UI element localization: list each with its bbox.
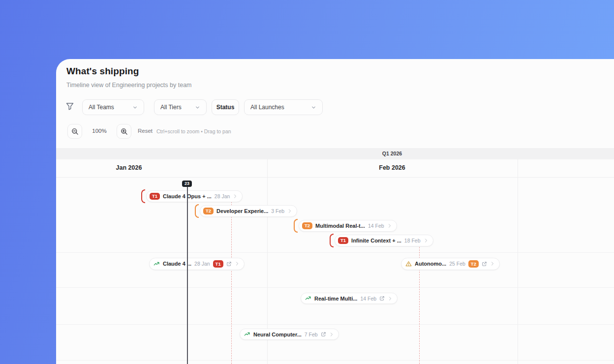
tiers-filter-label: All Tiers <box>160 104 182 111</box>
tier-badge: T2 <box>302 222 312 230</box>
launch-date: 14 Feb <box>368 223 384 229</box>
ship-pill[interactable]: Neural Computer...7 Feb <box>240 329 339 340</box>
chevron-right-icon <box>329 332 334 337</box>
ship-item[interactable]: Real-time Multi...14 Feb <box>301 293 398 304</box>
page-subtitle: Timeline view of Engineering projects by… <box>66 82 192 89</box>
tier-badge: T1 <box>338 237 348 244</box>
chevron-right-icon <box>424 238 429 243</box>
launch-pill[interactable]: T1Claude 4 Opus + ...28 Jan <box>146 190 243 203</box>
ship-pill[interactable]: Claude 4 ...28 JanT1 <box>149 258 245 270</box>
launch-item[interactable]: T1Infinite Context + ...18 Feb <box>330 234 433 247</box>
row-separator <box>56 287 614 288</box>
ship-name: Neural Computer... <box>253 332 302 337</box>
quarter-header: Q1 2026 <box>56 148 614 159</box>
tier-badge: T1 <box>150 193 160 200</box>
chevron-right-icon <box>388 296 393 301</box>
whats-shipping-panel: What's shipping Timeline view of Enginee… <box>56 59 614 364</box>
zoom-level: 100% <box>85 128 114 134</box>
launches-filter-label: All Launches <box>250 104 284 111</box>
external-link-icon <box>226 261 232 267</box>
ship-name: Real-time Multi... <box>314 296 357 302</box>
ship-date: 14 Feb <box>360 296 376 302</box>
quarter-label: Q1 2026 <box>382 151 402 156</box>
tiers-filter-dropdown[interactable]: All Tiers <box>154 99 207 115</box>
trending-up-icon <box>244 331 250 337</box>
launch-bracket <box>195 204 199 218</box>
ship-name: Autonomo... <box>415 261 446 267</box>
launch-name: Infinite Context + ... <box>351 238 401 243</box>
today-marker-line <box>187 183 188 364</box>
launch-pill[interactable]: T2Developer Experie...3 Feb <box>200 205 297 217</box>
launch-bracket <box>330 234 334 247</box>
warning-icon <box>405 261 412 267</box>
trending-up-icon <box>154 261 160 267</box>
teams-filter-dropdown[interactable]: All Teams <box>82 99 144 115</box>
chevron-right-icon <box>235 261 240 266</box>
zoom-out-icon <box>71 128 79 135</box>
filter-bar: All Teams All Tiers Status All Launches <box>56 99 614 115</box>
chevron-down-icon <box>195 105 200 110</box>
status-filter-label: Status <box>216 104 235 111</box>
tier-badge: T1 <box>213 260 223 268</box>
chevron-right-icon <box>490 261 495 266</box>
page-title: What's shipping <box>66 66 139 77</box>
external-link-icon <box>379 296 385 301</box>
launch-bracket <box>294 219 298 233</box>
ship-item[interactable]: Claude 4 ...28 JanT1 <box>149 258 245 270</box>
ship-pill[interactable]: Real-time Multi...14 Feb <box>301 293 398 304</box>
launch-name: Multimodal Real-t... <box>315 223 365 229</box>
ship-item[interactable]: Neural Computer...7 Feb <box>240 329 339 340</box>
ship-date: 25 Feb <box>449 261 465 267</box>
trending-up-icon <box>305 295 311 302</box>
launch-item[interactable]: T2Developer Experie...3 Feb <box>195 204 297 218</box>
tier-badge: T2 <box>203 208 214 215</box>
ship-date: 28 Jan <box>194 261 210 267</box>
teams-filter-label: All Teams <box>89 104 114 111</box>
launch-date: 28 Jan <box>215 193 230 199</box>
month-header-row: Jan 2026Feb 2026 <box>56 159 614 178</box>
chevron-down-icon <box>132 105 138 110</box>
ship-pill[interactable]: Autonomo...25 FebT2 <box>401 258 500 270</box>
reset-zoom-button[interactable]: Reset <box>138 128 153 134</box>
launches-filter-dropdown[interactable]: All Launches <box>244 99 323 115</box>
zoom-hint-text: Ctrl+scroll to zoom • Drag to pan <box>156 128 231 134</box>
chevron-right-icon <box>233 194 238 199</box>
chevron-right-icon <box>287 209 292 213</box>
launch-item[interactable]: T2Multimodal Real-t...14 Feb <box>294 219 397 233</box>
launch-bracket <box>141 189 145 203</box>
status-filter-button[interactable]: Status <box>212 99 239 115</box>
zoom-out-button[interactable] <box>67 124 82 139</box>
filter-funnel-icon <box>66 102 74 110</box>
zoom-in-button[interactable] <box>117 124 131 139</box>
today-date-badge: 23 <box>182 181 192 187</box>
chevron-down-icon <box>311 105 316 110</box>
launch-item[interactable]: T1Claude 4 Opus + ...28 Jan <box>141 189 243 203</box>
launch-date-line <box>231 202 232 364</box>
row-separator <box>56 252 614 253</box>
external-link-icon <box>321 332 326 337</box>
tier-badge: T2 <box>468 260 479 268</box>
page-background: { "header": { "title": "What's shipping"… <box>0 0 614 364</box>
row-separator <box>56 324 614 325</box>
zoom-toolbar: 100% Reset Ctrl+scroll to zoom • Drag to… <box>56 124 614 139</box>
month-label: Feb 2026 <box>379 164 405 171</box>
month-label: Jan 2026 <box>116 164 142 171</box>
zoom-in-icon <box>121 128 128 135</box>
launch-date: 18 Feb <box>404 238 421 243</box>
ship-date: 7 Feb <box>305 332 318 337</box>
launch-name: Developer Experie... <box>216 208 268 214</box>
launch-pill[interactable]: T2Multimodal Real-t...14 Feb <box>299 220 397 232</box>
timeline-canvas[interactable]: 23 T1Claude 4 Opus + ...28 JanT2Develope… <box>56 178 614 364</box>
chevron-right-icon <box>387 223 392 228</box>
launch-pill[interactable]: T1Infinite Context + ...18 Feb <box>335 235 433 247</box>
row-separator <box>56 360 614 361</box>
ship-item[interactable]: Autonomo...25 FebT2 <box>401 258 500 270</box>
external-link-icon <box>482 261 487 267</box>
launch-date: 3 Feb <box>271 208 284 214</box>
